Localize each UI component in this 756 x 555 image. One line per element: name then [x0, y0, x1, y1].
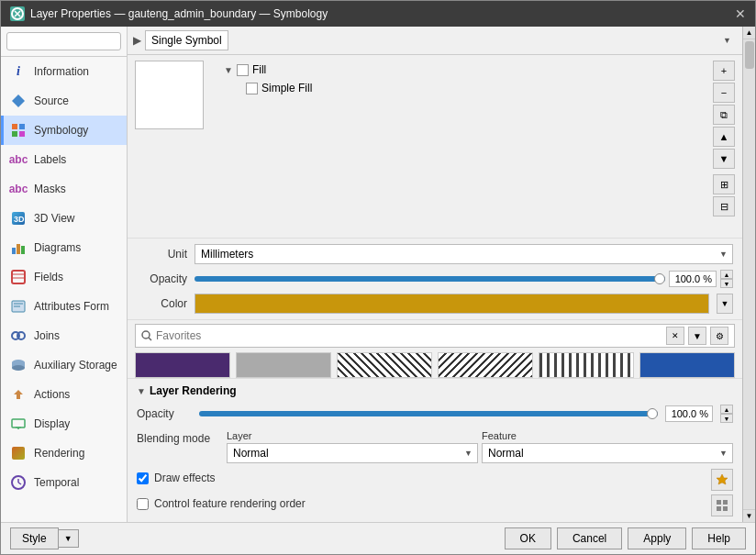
sidebar-label-information: Information	[34, 65, 89, 78]
tree-action-buttons: + − ⧉ ▲ ▼ ⊞ ⊟	[709, 61, 735, 232]
feature-blend-col: Feature Normal Multiply Screen Overlay	[482, 430, 733, 463]
pattern-swatch-2[interactable]	[236, 352, 331, 378]
blending-mode-row: Blending mode Layer Normal Multiply Scre…	[137, 430, 733, 463]
lr-opacity-value[interactable]	[665, 405, 713, 422]
opacity-slider[interactable]	[195, 276, 665, 282]
sidebar-item-attributes-form[interactable]: Attributes Form	[1, 292, 127, 321]
close-button[interactable]: ✕	[735, 6, 746, 21]
control-render-label: Control feature rendering order	[154, 497, 306, 510]
sidebar-item-3dview[interactable]: 3D 3D View	[1, 204, 127, 233]
scroll-thumb[interactable]	[745, 41, 754, 69]
style-main-button[interactable]: Style	[10, 527, 59, 549]
fill-checkbox[interactable]	[237, 64, 249, 76]
tree-item-simple-fill[interactable]: Simple Fill	[220, 79, 700, 97]
feature-blend-select[interactable]: Normal Multiply Screen Overlay	[482, 443, 733, 463]
sidebar-label-diagrams: Diagrams	[34, 241, 81, 254]
sidebar-item-fields[interactable]: Fields	[1, 262, 127, 292]
settings-button[interactable]: ⊟	[713, 196, 735, 216]
simple-fill-checkbox[interactable]	[246, 83, 258, 94]
sidebar-item-labels[interactable]: abc Labels	[1, 145, 127, 174]
lock-button[interactable]: ⊞	[713, 174, 735, 194]
symbol-tree-list: ▼ Fill Simple Fill	[213, 61, 700, 232]
sidebar-item-information[interactable]: i Information	[1, 57, 127, 86]
svg-text:3D: 3D	[14, 215, 25, 224]
duplicate-layer-button[interactable]: ⧉	[713, 105, 735, 125]
pattern-swatch-5[interactable]	[539, 352, 634, 378]
favorites-settings-button[interactable]: ⚙	[710, 327, 728, 345]
opacity-spin-down[interactable]: ▼	[720, 279, 733, 288]
move-up-button[interactable]: ▲	[713, 127, 735, 147]
lr-opacity-spin-up[interactable]: ▲	[720, 405, 733, 414]
clear-favorites-button[interactable]: ✕	[666, 327, 684, 345]
help-button[interactable]: Help	[692, 527, 746, 549]
source-icon	[10, 93, 27, 109]
apply-button[interactable]: Apply	[628, 527, 686, 549]
svg-rect-32	[717, 500, 721, 505]
add-layer-button[interactable]: +	[713, 61, 735, 81]
pattern-swatch-6[interactable]	[639, 352, 735, 378]
search-icon	[141, 330, 152, 341]
layer-blend-select[interactable]: Normal Multiply Screen Overlay	[227, 443, 478, 463]
control-render-checkbox-row: Control feature rendering order	[137, 497, 306, 510]
color-label: Color	[137, 297, 187, 310]
control-render-checkbox[interactable]	[137, 498, 149, 510]
sidebar-label-temporal: Temporal	[34, 476, 79, 489]
pattern-swatch-4[interactable]	[438, 352, 533, 378]
lr-opacity-slider[interactable]	[199, 411, 658, 416]
sidebar-item-masks[interactable]: abc Masks	[1, 174, 127, 204]
remove-layer-button[interactable]: −	[713, 83, 735, 103]
sidebar-item-display[interactable]: Display	[1, 409, 127, 438]
sidebar-item-actions[interactable]: Actions	[1, 380, 127, 409]
opacity-spin-up[interactable]: ▲	[720, 270, 733, 279]
opacity-label: Opacity	[137, 272, 187, 285]
layer-rendering-header[interactable]: ▼ Layer Rendering	[137, 384, 733, 397]
opacity-value-input[interactable]	[669, 271, 717, 287]
sidebar-label-joins: Joins	[34, 329, 60, 342]
draw-effects-settings-button[interactable]	[711, 469, 733, 491]
svg-rect-34	[717, 506, 721, 511]
svg-rect-25	[12, 447, 25, 460]
ok-button[interactable]: OK	[505, 527, 551, 549]
sidebar-item-rendering[interactable]: Rendering	[1, 438, 127, 468]
draw-effects-label: Draw effects	[154, 472, 215, 484]
sidebar-item-joins[interactable]: Joins	[1, 321, 127, 350]
lr-opacity-spin-down[interactable]: ▼	[720, 414, 733, 423]
symbol-preview	[135, 61, 204, 129]
symbol-preview-section	[135, 61, 204, 232]
tree-item-fill[interactable]: ▼ Fill	[220, 61, 700, 79]
sidebar-item-symbology[interactable]: Symbology	[1, 116, 127, 145]
cancel-button[interactable]: Cancel	[557, 527, 622, 549]
unit-select[interactable]: Millimeters Pixels Points Map Units	[195, 244, 733, 264]
sidebar-item-temporal[interactable]: Temporal	[1, 468, 127, 497]
draw-effects-checkbox[interactable]	[137, 472, 149, 484]
symbol-type-select[interactable]: Single Symbol Categorized Graduated Rule…	[145, 30, 228, 50]
settings-rows: Unit Millimeters Pixels Points Map Units	[128, 239, 742, 319]
sidebar-item-source[interactable]: Source	[1, 86, 127, 116]
style-dropdown-button[interactable]: ▼	[59, 529, 79, 548]
favorites-dropdown-button[interactable]: ▼	[688, 327, 706, 345]
layer-rendering-section: ▼ Layer Rendering Opacity ▲ ▼	[128, 378, 742, 522]
lr-opacity-row: Opacity ▲ ▼	[137, 405, 733, 423]
display-icon	[10, 416, 27, 432]
feature-blend-wrapper: Normal Multiply Screen Overlay	[482, 443, 733, 463]
color-picker-box[interactable]	[195, 294, 709, 314]
unit-label: Unit	[137, 248, 187, 261]
symbol-type-wrapper: Single Symbol Categorized Graduated Rule…	[145, 30, 737, 50]
pattern-swatch-3[interactable]	[337, 352, 432, 378]
svg-rect-11	[12, 271, 25, 283]
symbology-icon	[10, 122, 27, 139]
sidebar-item-auxiliary-storage[interactable]: Auxiliary Storage	[1, 350, 127, 380]
favorites-search-input[interactable]	[156, 329, 662, 342]
sidebar-search-input[interactable]	[6, 32, 121, 50]
scroll-up-arrow[interactable]: ▲	[743, 27, 755, 39]
layer-col-label: Layer	[227, 430, 478, 441]
move-down-button[interactable]: ▼	[713, 149, 735, 169]
sidebar-label-rendering: Rendering	[34, 447, 84, 460]
color-dropdown-button[interactable]: ▼	[717, 294, 733, 314]
sidebar-item-diagrams[interactable]: Diagrams	[1, 233, 127, 262]
style-button-group: Style ▼	[10, 527, 79, 549]
control-render-settings-button[interactable]	[711, 494, 733, 516]
scroll-down-arrow[interactable]: ▼	[743, 509, 755, 522]
pattern-swatch-1[interactable]	[135, 352, 230, 378]
layer-blend-col: Layer Normal Multiply Screen Overlay	[227, 430, 478, 463]
